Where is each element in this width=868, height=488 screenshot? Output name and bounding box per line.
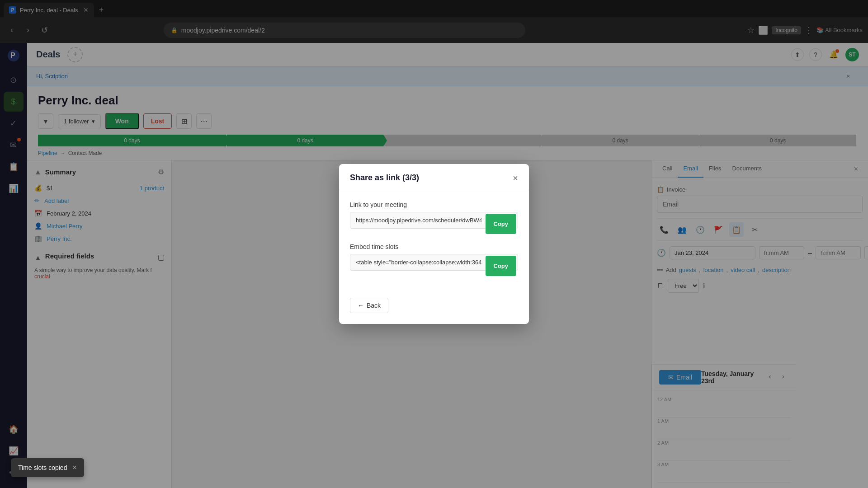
modal-footer: ← Back xyxy=(339,291,529,324)
modal-overlay[interactable]: Share as link (3/3) × Link to your meeti… xyxy=(0,0,868,488)
share-link-modal: Share as link (3/3) × Link to your meeti… xyxy=(339,164,529,324)
toast-close-button[interactable]: × xyxy=(72,464,76,472)
link-field-label: Link to your meeting xyxy=(350,201,518,208)
copy-embed-button[interactable]: Copy xyxy=(486,256,517,276)
toast-message: Time slots copied xyxy=(18,464,67,471)
back-icon: ← xyxy=(358,302,364,309)
back-button[interactable]: ← Back xyxy=(350,298,388,313)
toast-notification: Time slots copied × xyxy=(11,458,84,477)
link-field-row: Copy xyxy=(350,212,518,236)
copy-link-button[interactable]: Copy xyxy=(486,214,517,234)
back-label: Back xyxy=(367,302,381,309)
embed-field-label: Embed time slots xyxy=(350,243,518,250)
modal-body: Link to your meeting Copy Embed time slo… xyxy=(339,190,529,291)
modal-close-button[interactable]: × xyxy=(513,174,518,183)
embed-field-row: Copy xyxy=(350,254,518,278)
modal-title: Share as link (3/3) xyxy=(350,173,419,183)
modal-header: Share as link (3/3) × xyxy=(339,164,529,190)
spacer xyxy=(350,238,518,243)
